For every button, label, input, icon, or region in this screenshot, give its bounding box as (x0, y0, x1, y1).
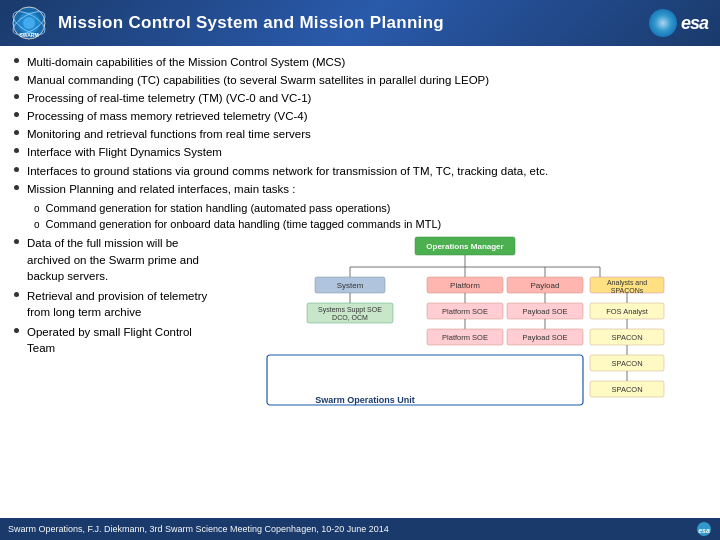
svg-point-2 (23, 17, 35, 29)
bottom-bullet-1: Data of the full mission will be archive… (14, 235, 214, 283)
bottom-bullet-list: Data of the full mission will be archive… (14, 235, 214, 360)
bottom-bullet-3: Operated by small Flight Control Team (14, 324, 214, 356)
svg-text:SPACON: SPACON (611, 385, 642, 394)
svg-text:Swarm Operations Unit: Swarm Operations Unit (315, 395, 415, 405)
esa-icon (649, 9, 677, 37)
main-content: Multi-domain capabilities of the Mission… (0, 46, 720, 419)
bullet-6: Interface with Flight Dynamics System (14, 144, 706, 160)
esa-footer-icon: esa (696, 521, 712, 537)
sub-bullet-2: Command generation for onboard data hand… (34, 217, 706, 232)
svg-text:SWARM: SWARM (19, 32, 38, 38)
bullet-5: Monitoring and retrieval functions from … (14, 126, 706, 142)
svg-text:Platform SOE: Platform SOE (442, 307, 488, 316)
bottom-bullet-2: Retrieval and provision of telemetry fro… (14, 288, 214, 320)
swarm-logo: SWARM (8, 6, 50, 40)
diagram-area: Operations Manager System Platform Paylo… (224, 235, 706, 413)
header: SWARM Mission Control System and Mission… (0, 0, 720, 46)
svg-text:Analysts and: Analysts and (607, 279, 647, 287)
bullet-1: Multi-domain capabilities of the Mission… (14, 54, 706, 70)
svg-text:esa: esa (698, 527, 710, 534)
bullet-3: Processing of real-time telemetry (TM) (… (14, 90, 706, 106)
footer-logo: esa (696, 521, 712, 537)
svg-text:FOS Analyst: FOS Analyst (606, 307, 649, 316)
svg-text:SPACONs: SPACONs (611, 287, 644, 294)
bullet-4: Processing of mass memory retrieved tele… (14, 108, 706, 124)
sub-bullet-list: Command generation for station handling … (34, 201, 706, 232)
svg-text:Systems Suppt SOE: Systems Suppt SOE (318, 306, 382, 314)
main-bullet-list: Multi-domain capabilities of the Mission… (14, 54, 706, 197)
footer-text: Swarm Operations, F.J. Diekmann, 3rd Swa… (8, 524, 389, 534)
bullet-2: Manual commanding (TC) capabilities (to … (14, 72, 706, 88)
svg-text:SPACON: SPACON (611, 359, 642, 368)
bullet-7: Interfaces to ground stations via ground… (14, 163, 706, 179)
svg-text:Platform: Platform (450, 281, 480, 290)
svg-text:Payload: Payload (531, 281, 560, 290)
svg-text:Payload SOE: Payload SOE (522, 333, 567, 342)
sub-bullet-1: Command generation for station handling … (34, 201, 706, 216)
esa-logo: esa (649, 9, 708, 37)
svg-text:Payload SOE: Payload SOE (522, 307, 567, 316)
bullet-8: Mission Planning and related interfaces,… (14, 181, 706, 197)
footer: Swarm Operations, F.J. Diekmann, 3rd Swa… (0, 518, 720, 540)
org-chart: Operations Manager System Platform Paylo… (224, 235, 706, 410)
esa-text: esa (681, 13, 708, 34)
header-title: Mission Control System and Mission Plann… (58, 13, 444, 33)
svg-text:SPACON: SPACON (611, 333, 642, 342)
svg-text:DCO, OCM: DCO, OCM (332, 314, 368, 321)
bottom-section: Data of the full mission will be archive… (14, 235, 706, 413)
svg-text:Platform SOE: Platform SOE (442, 333, 488, 342)
svg-text:System: System (337, 281, 364, 290)
header-left: SWARM Mission Control System and Mission… (8, 6, 444, 40)
svg-text:Operations Manager: Operations Manager (426, 242, 503, 251)
